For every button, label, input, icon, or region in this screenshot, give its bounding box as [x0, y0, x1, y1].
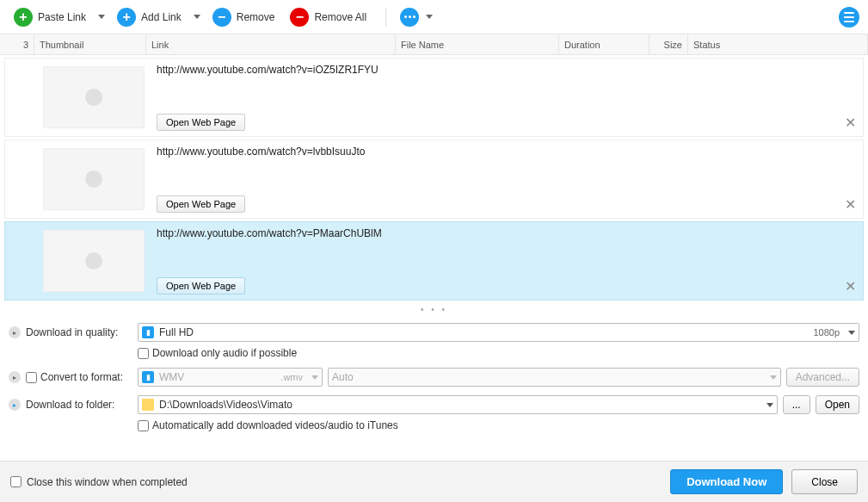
download-list: http://www.youtube.com/watch?v=iOZ5IZR1F…: [0, 58, 868, 301]
advanced-button[interactable]: Advanced...: [786, 368, 859, 387]
header-thumbnail[interactable]: Thumbnail: [34, 34, 146, 54]
placeholder-icon: [85, 252, 102, 270]
plus-icon: +: [117, 8, 136, 27]
link-url: http://www.youtube.com/watch?v=iOZ5IZR1F…: [157, 64, 856, 76]
close-when-done-checkbox[interactable]: [10, 476, 22, 487]
expand-icon[interactable]: ▸: [9, 399, 21, 411]
hd-icon: ▮: [142, 326, 154, 338]
link-url: http://www.youtube.com/watch?v=lvbbIsuuJ…: [157, 146, 856, 158]
chevron-down-icon: [848, 331, 855, 335]
add-link-dropdown[interactable]: [194, 15, 200, 19]
chevron-down-icon: [426, 15, 433, 19]
menu-button[interactable]: [839, 7, 859, 28]
column-headers: 3 Thumbnail Link File Name Duration Size…: [0, 34, 868, 55]
header-size[interactable]: Size: [649, 34, 688, 54]
placeholder-icon: [85, 170, 102, 188]
quality-label: Download in quality:: [26, 326, 118, 338]
more-actions-button[interactable]: [395, 4, 438, 30]
list-item[interactable]: http://www.youtube.com/watch?v=PMaarChUB…: [4, 221, 864, 301]
format-value: WMV: [159, 371, 280, 383]
separator: [385, 8, 386, 27]
placeholder-icon: [85, 89, 102, 106]
chevron-down-icon: [770, 375, 777, 380]
link-url: http://www.youtube.com/watch?v=PMaarChUB…: [157, 227, 856, 239]
open-folder-button[interactable]: Open: [816, 395, 859, 414]
itunes-label: Automatically add downloaded videos/audi…: [152, 419, 398, 431]
list-item[interactable]: http://www.youtube.com/watch?v=iOZ5IZR1F…: [4, 58, 864, 137]
remove-all-button[interactable]: − Remove All: [285, 4, 372, 30]
folder-path: D:\Downloads\Videos\Vimato: [159, 399, 773, 411]
audio-only-label: Download only audio if possible: [152, 347, 297, 359]
header-duration[interactable]: Duration: [559, 34, 649, 54]
header-filename[interactable]: File Name: [396, 34, 559, 54]
header-link[interactable]: Link: [146, 34, 396, 54]
convert-checkbox[interactable]: [26, 372, 37, 383]
paste-link-label: Paste Link: [38, 11, 86, 23]
quality-select[interactable]: ▮ Full HD 1080p: [138, 323, 859, 342]
format-ext: .wmv: [280, 372, 303, 382]
remove-all-label: Remove All: [314, 11, 366, 23]
convert-label: Convert to format:: [40, 371, 123, 383]
header-count: 3: [0, 34, 34, 54]
open-web-page-button[interactable]: Open Web Page: [157, 114, 245, 131]
minus-icon: −: [212, 8, 231, 27]
expand-icon[interactable]: ▸: [9, 371, 21, 383]
dots-icon: [400, 8, 419, 27]
list-item[interactable]: http://www.youtube.com/watch?v=lvbbIsuuJ…: [4, 139, 864, 219]
chevron-down-icon: [311, 375, 318, 380]
remove-row-button[interactable]: ✕: [845, 278, 856, 294]
thumbnail: [5, 59, 150, 136]
format-icon: ▮: [142, 371, 154, 383]
plus-icon: +: [14, 8, 33, 27]
download-now-button[interactable]: Download Now: [670, 469, 783, 494]
remove-label: Remove: [237, 11, 275, 23]
open-web-page-button[interactable]: Open Web Page: [157, 277, 245, 294]
close-button[interactable]: Close: [791, 469, 858, 494]
add-link-button[interactable]: + Add Link: [112, 4, 187, 30]
quality-resolution: 1080p: [813, 327, 840, 338]
remove-button[interactable]: − Remove: [207, 4, 280, 30]
preset-value: Auto: [332, 371, 777, 383]
remove-row-button[interactable]: ✕: [845, 196, 856, 213]
itunes-checkbox[interactable]: [138, 420, 149, 431]
thumbnail: [5, 222, 150, 300]
footer: Close this window when completed Downloa…: [0, 461, 868, 502]
paste-link-button[interactable]: + Paste Link: [9, 4, 91, 30]
expand-icon[interactable]: ▸: [9, 326, 21, 338]
folder-select[interactable]: D:\Downloads\Videos\Vimato: [138, 395, 778, 414]
folder-icon: [142, 399, 154, 411]
quality-value: Full HD: [159, 326, 813, 338]
chevron-down-icon: [766, 403, 773, 407]
folder-label: Download to folder:: [26, 399, 114, 411]
remove-row-button[interactable]: ✕: [845, 115, 856, 131]
resize-handle[interactable]: • • •: [0, 303, 868, 316]
format-select[interactable]: ▮ WMV .wmv: [138, 368, 323, 387]
toolbar: + Paste Link + Add Link − Remove − Remov…: [0, 0, 868, 34]
thumbnail: [5, 140, 150, 218]
header-status[interactable]: Status: [688, 34, 868, 54]
paste-link-dropdown[interactable]: [98, 15, 105, 19]
settings-panel: ▸ Download in quality: ▮ Full HD 1080p D…: [0, 316, 868, 447]
audio-only-checkbox[interactable]: [138, 348, 149, 359]
preset-select[interactable]: Auto: [328, 368, 781, 387]
minus-icon: −: [290, 8, 309, 27]
add-link-label: Add Link: [141, 11, 182, 23]
open-web-page-button[interactable]: Open Web Page: [157, 195, 245, 213]
close-when-done-label: Close this window when completed: [27, 476, 188, 488]
browse-button[interactable]: ...: [783, 395, 810, 414]
